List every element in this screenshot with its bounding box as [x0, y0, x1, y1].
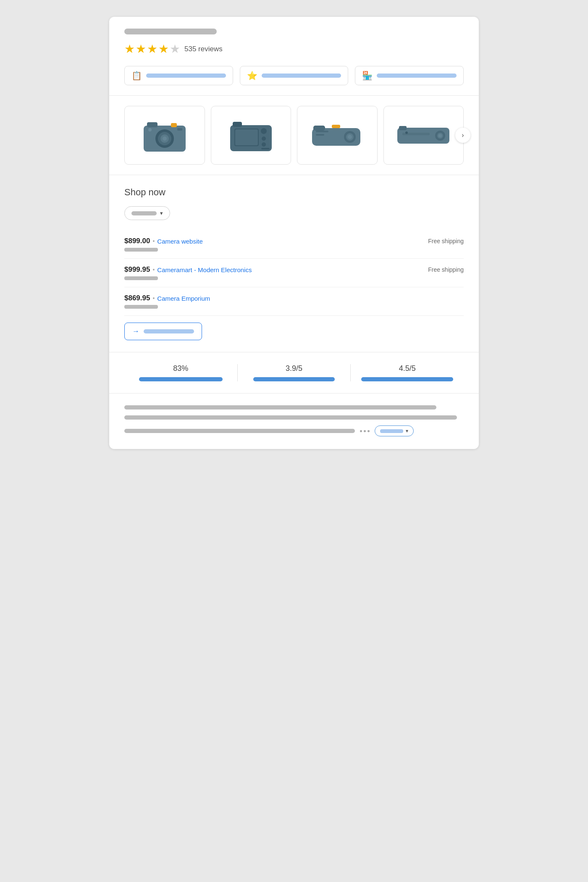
stat-1-value: 83% — [173, 364, 188, 373]
svg-point-21 — [348, 135, 352, 139]
svg-rect-16 — [261, 148, 270, 150]
shop-listing-2-seller[interactable]: Cameramart - Modern Electronics — [157, 266, 252, 273]
main-card: ★ ★ ★ ★ ★ 535 reviews 📋 ⭐ 🏪 — [109, 17, 479, 449]
rating-row: ★ ★ ★ ★ ★ 535 reviews — [124, 42, 464, 56]
action-button-2[interactable]: ⭐ — [240, 66, 349, 85]
shop-listing-1-info: $899.00 • Camera website — [124, 237, 203, 245]
store-icon: 🏪 — [362, 71, 373, 81]
text-line-1 — [124, 405, 436, 410]
shop-listing-2-price: $999.95 — [124, 265, 150, 274]
star-3: ★ — [147, 42, 158, 56]
stat-item-2: 3.9/5 — [238, 364, 351, 381]
stat-3-value: 4.5/5 — [399, 364, 416, 373]
svg-point-13 — [261, 128, 267, 134]
camera-back-svg — [227, 118, 275, 153]
text-section: ▾ — [109, 394, 479, 449]
action-button-3[interactable]: 🏪 — [355, 66, 464, 85]
dot-1 — [360, 430, 362, 432]
stat-3-bar — [361, 377, 453, 381]
shop-listing-3-info: $869.95 • Camera Emporium — [124, 294, 210, 302]
svg-point-15 — [262, 142, 266, 147]
stat-2-value: 3.9/5 — [286, 364, 302, 373]
camera-image-4[interactable] — [383, 106, 464, 165]
stats-section: 83% 3.9/5 4.5/5 — [109, 352, 479, 394]
shop-listing-3-sub — [124, 305, 158, 309]
camera-flat-svg — [394, 123, 453, 148]
shop-section: Shop now ▾ $899.00 • Camera website Free… — [109, 175, 479, 352]
dot-3 — [368, 430, 370, 432]
svg-point-31 — [405, 131, 408, 134]
camera-side-svg — [310, 121, 365, 150]
stat-2-bar — [253, 377, 335, 381]
stat-1-bar — [139, 377, 223, 381]
svg-rect-18 — [313, 126, 325, 131]
action-btn-2-label — [262, 74, 341, 78]
action-btn-3-label — [377, 74, 457, 78]
stat-item-3: 4.5/5 — [351, 364, 464, 381]
more-offers-button[interactable]: → — [124, 323, 202, 340]
text-line-3-row: ▾ — [124, 425, 464, 436]
star-rating: ★ ★ ★ ★ ★ — [124, 42, 180, 56]
shop-listing-1-row: $899.00 • Camera website Free shipping — [124, 237, 464, 245]
action-btn-1-label — [146, 74, 226, 78]
arrow-right-icon: → — [132, 327, 139, 336]
svg-rect-22 — [332, 125, 340, 128]
shop-listing-2: $999.95 • Cameramart - Modern Electronic… — [124, 259, 464, 287]
camera-image-3[interactable] — [297, 106, 378, 165]
shop-listing-1-shipping: Free shipping — [428, 238, 464, 244]
star-4: ★ — [158, 42, 169, 56]
shop-listing-2-row: $999.95 • Cameramart - Modern Electronic… — [124, 265, 464, 274]
image-carousel-next[interactable]: › — [455, 128, 470, 143]
filter-button-label — [131, 211, 157, 215]
svg-rect-10 — [233, 122, 242, 127]
shop-listing-1-sub — [124, 248, 158, 252]
svg-point-29 — [438, 134, 442, 137]
shop-listing-2-dot: • — [152, 266, 155, 273]
shop-listing-2-shipping: Free shipping — [428, 266, 464, 273]
star-5-empty: ★ — [170, 42, 180, 56]
filter-button[interactable]: ▾ — [124, 206, 170, 220]
svg-rect-24 — [316, 134, 324, 136]
shop-listing-3-price: $869.95 — [124, 294, 150, 302]
shop-listing-2-sub — [124, 276, 158, 280]
expand-button[interactable]: ▾ — [375, 425, 414, 436]
shop-listing-1-seller[interactable]: Camera website — [157, 238, 202, 245]
image-grid — [124, 106, 464, 165]
camera-front-svg — [139, 116, 190, 154]
rating-section: ★ ★ ★ ★ ★ 535 reviews 📋 ⭐ 🏪 — [109, 17, 479, 96]
shop-listing-1-price: $899.00 — [124, 237, 150, 245]
shop-listing-3-dot: • — [152, 295, 155, 302]
stat-item-1: 83% — [124, 364, 238, 381]
camera-image-2[interactable] — [211, 106, 291, 165]
filter-chevron-icon: ▾ — [160, 210, 163, 216]
star-icon: ⭐ — [247, 71, 257, 81]
shop-listing-3: $869.95 • Camera Emporium — [124, 287, 464, 316]
shop-title: Shop now — [124, 187, 464, 198]
expand-chevron-icon: ▾ — [406, 428, 408, 434]
svg-point-5 — [163, 136, 167, 141]
clipboard-icon: 📋 — [131, 71, 142, 81]
expand-button-label — [380, 429, 403, 433]
svg-rect-6 — [171, 123, 177, 127]
text-line-3 — [124, 429, 355, 433]
camera-image-1[interactable] — [124, 106, 205, 165]
stats-row: 83% 3.9/5 4.5/5 — [124, 364, 464, 381]
shop-listing-2-info: $999.95 • Cameramart - Modern Electronic… — [124, 265, 252, 274]
action-button-1[interactable]: 📋 — [124, 66, 233, 85]
svg-point-14 — [262, 136, 266, 141]
svg-point-7 — [148, 128, 152, 131]
star-2: ★ — [136, 42, 146, 56]
action-buttons-row: 📋 ⭐ 🏪 — [124, 66, 464, 85]
star-1: ★ — [124, 42, 135, 56]
svg-rect-23 — [316, 131, 328, 132]
review-count: 535 reviews — [184, 45, 223, 53]
images-section: › — [109, 96, 479, 175]
svg-rect-12 — [235, 129, 258, 145]
more-offers-label — [144, 329, 194, 333]
shop-listing-1: $899.00 • Camera website Free shipping — [124, 230, 464, 259]
svg-rect-8 — [177, 128, 182, 131]
svg-rect-26 — [399, 126, 407, 130]
shop-listing-3-seller[interactable]: Camera Emporium — [157, 295, 210, 302]
ellipsis-dots — [360, 430, 370, 432]
title-bar — [124, 29, 217, 34]
